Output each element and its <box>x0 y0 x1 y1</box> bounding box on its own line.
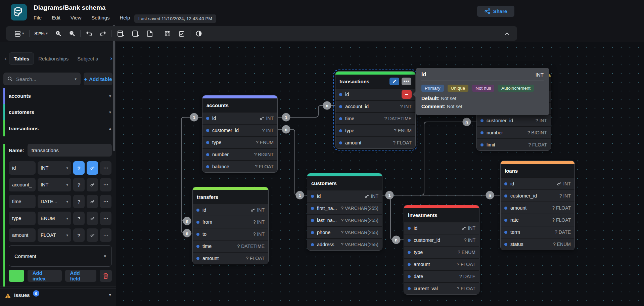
save-button[interactable] <box>160 26 175 41</box>
field-dot <box>480 131 484 134</box>
menu-help[interactable]: Help <box>120 15 130 20</box>
field-more-button[interactable]: ⋯ <box>100 228 111 242</box>
field-name-input[interactable]: time <box>9 195 36 208</box>
nullable-toggle-button[interactable]: ? <box>73 212 85 225</box>
diagram-table-investments[interactable]: investmentsidINTcustomer_id? INTtype? EN… <box>404 205 479 295</box>
primary-key-button[interactable] <box>87 195 98 208</box>
primary-key-button[interactable] <box>87 228 98 242</box>
nullable-toggle-button[interactable]: ? <box>73 161 85 175</box>
zoom-level-select[interactable]: 82% ▾ <box>31 26 52 41</box>
delete-field-button[interactable]: − <box>402 90 412 99</box>
chevron-down-icon[interactable]: ▾ <box>109 110 111 115</box>
table-color-strip <box>404 205 479 208</box>
tab-subject-areas[interactable]: Subject ar <box>73 53 98 64</box>
field-type-select[interactable]: INT▾ <box>38 161 71 175</box>
todo-checklist-icon <box>178 30 185 37</box>
primary-key-button[interactable] <box>87 178 98 191</box>
table-name-input[interactable]: transactions <box>28 144 112 157</box>
table-accent-bar <box>3 144 5 287</box>
drawdb-logo[interactable] <box>11 4 27 20</box>
field-more-button[interactable]: ⋯ <box>100 178 111 191</box>
add-table-sidebar-button[interactable]: + Add table <box>84 73 112 85</box>
add-index-button[interactable]: Add index <box>28 270 62 282</box>
toolbar-collapse-button[interactable] <box>502 32 512 36</box>
add-table-label: Add table <box>89 76 112 82</box>
share-button[interactable]: Share <box>477 6 514 17</box>
menu-view[interactable]: View <box>71 15 81 20</box>
field-dot <box>504 243 507 246</box>
field-more-button[interactable]: ⋯ <box>100 161 111 175</box>
add-table-button[interactable] <box>113 26 128 41</box>
todo-button[interactable] <box>175 26 189 41</box>
table-title: investments <box>404 208 479 222</box>
field-type-select[interactable]: ENUM▾ <box>38 212 71 225</box>
chevron-down-icon[interactable]: ▾ <box>75 77 77 81</box>
tabs-scroll-left-icon[interactable]: ‹ <box>2 55 9 62</box>
nullable-toggle-button[interactable]: ? <box>73 178 85 191</box>
diagram-table-customers[interactable]: customersidINTfirst_na...? VARCHAR(255)l… <box>307 173 382 251</box>
nullable-toggle-button[interactable]: ? <box>73 228 85 242</box>
field-type-select[interactable]: DATE...▾ <box>38 195 71 208</box>
table-color-swatch[interactable] <box>9 270 24 282</box>
edit-table-button[interactable] <box>389 78 399 85</box>
constraint-badge-not-null: Not null <box>472 85 494 92</box>
add-note-button[interactable] <box>143 26 157 41</box>
table-field-row: phone? VARCHAR(255) <box>307 226 382 238</box>
sidebar: ‹ Tables Relationships Subject ar › Sear… <box>0 42 116 306</box>
field-row: amountFLOAT▾?⋯ <box>9 228 112 242</box>
table-list-item-accounts[interactable]: accounts ▾ <box>0 88 116 104</box>
field-dot <box>504 219 507 222</box>
table-name-row: Name: transactions <box>9 144 112 157</box>
table-field-row: current_val? FLOAT <box>404 282 479 294</box>
field-name-input[interactable]: amount <box>9 228 36 242</box>
field-dot <box>504 207 507 210</box>
delete-table-button[interactable] <box>100 270 112 282</box>
chevron-up-icon <box>504 32 510 36</box>
field-type-select[interactable]: FLOAT▾ <box>38 228 71 242</box>
add-area-icon <box>132 30 139 37</box>
table-list-label: transactions <box>9 126 39 131</box>
add-field-button[interactable]: Add field <box>65 270 97 282</box>
table-field-row: amount? FLOAT <box>193 252 268 264</box>
table-title: customers <box>307 176 382 190</box>
field-name-input[interactable]: account_ <box>9 178 36 191</box>
field-type-select[interactable]: INT▾ <box>38 178 71 191</box>
menu-settings[interactable]: Settings <box>91 15 109 20</box>
table-more-button[interactable]: ••• <box>402 78 411 85</box>
nullable-toggle-button[interactable]: ? <box>73 195 85 208</box>
table-list-item-transactions[interactable]: transactions ▴ <box>0 120 116 136</box>
field-more-button[interactable]: ⋯ <box>100 195 111 208</box>
chevron-down-icon[interactable]: ▾ <box>109 94 111 98</box>
zoom-in-button[interactable] <box>51 26 65 41</box>
diagram-table-accounts[interactable]: accountsidINTcustomer_id? INTtype? ENUMn… <box>202 95 278 173</box>
theme-toggle-button[interactable] <box>192 26 206 41</box>
table-list: accounts ▾ customers ▾ transactions ▴ Na… <box>0 88 116 287</box>
field-name-input[interactable]: id <box>9 161 36 175</box>
primary-key-button[interactable] <box>87 212 98 225</box>
field-more-button[interactable]: ⋯ <box>100 212 111 225</box>
table-list-item-customers[interactable]: customers ▾ <box>0 104 116 120</box>
view-mode-button[interactable]: ▾ <box>11 26 28 41</box>
menu-edit[interactable]: Edit <box>52 15 60 20</box>
diagram-table-transactions[interactable]: transactions•••id−account_id? INTtime? D… <box>335 71 416 149</box>
zoom-out-button[interactable] <box>65 26 79 41</box>
menu-file[interactable]: File <box>34 15 42 20</box>
field-dot <box>408 263 411 266</box>
chevron-up-icon[interactable]: ▴ <box>109 126 111 131</box>
search-input[interactable]: Search... ▾ <box>3 73 81 85</box>
add-area-button[interactable] <box>128 26 143 41</box>
table-controls-row: Add index Add field <box>9 270 112 282</box>
tab-relationships[interactable]: Relationships <box>34 53 73 64</box>
field-dot <box>339 117 342 120</box>
chevron-down-icon[interactable]: ▾ <box>109 292 111 297</box>
comment-collapse[interactable]: Comment ▾ <box>9 245 112 267</box>
issues-footer[interactable]: Issues 0 ▾ <box>0 289 116 306</box>
tab-tables[interactable]: Tables <box>9 52 34 65</box>
diagram-table-transfers[interactable]: transfersidINTfrom? INTto? INTtime? DATE… <box>192 187 269 264</box>
redo-button[interactable] <box>96 26 110 41</box>
table-field-row: date? DATE <box>404 270 479 282</box>
field-name-input[interactable]: type <box>9 212 36 225</box>
diagram-table-loans[interactable]: loansidINTcustomer_id? INTamount? FLOATr… <box>500 161 575 250</box>
primary-key-button[interactable] <box>87 161 98 175</box>
undo-button[interactable] <box>82 26 96 41</box>
